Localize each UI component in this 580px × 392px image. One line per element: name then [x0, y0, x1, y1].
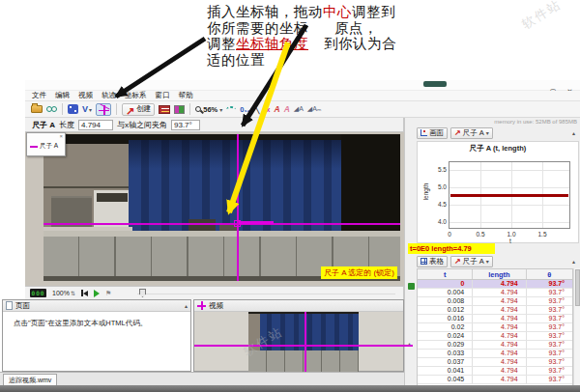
- table-cell: 4.794: [473, 315, 526, 322]
- chart-title: 尺子 A (t, length): [418, 144, 578, 154]
- axis-origin-marker[interactable]: [234, 220, 241, 227]
- gutter-green-icon[interactable]: [408, 283, 415, 290]
- play-button[interactable]: [94, 290, 100, 297]
- axis-x-line[interactable]: [44, 223, 400, 225]
- zoom-button[interactable]: 56% ▾: [195, 103, 222, 116]
- table-track-selector[interactable]: ↗ 尺子 A ▾: [450, 256, 493, 267]
- collapse-icon[interactable]: ▴: [185, 302, 188, 310]
- table-cell: 4.794: [473, 332, 526, 340]
- file-tab-bar: 追踪视频.wmv: [0, 372, 404, 385]
- collapse-icon[interactable]: ▴: [572, 258, 575, 265]
- table-row[interactable]: 0.0294.79493.7°: [418, 341, 572, 350]
- chart[interactable]: 尺子 A (t, length) 5.5 5.0 4.5 4.0 0 0.5: [417, 141, 579, 243]
- loop-flag-icon[interactable]: ⚑: [105, 290, 111, 297]
- pages-panel-header[interactable]: 页面 ▴: [3, 300, 190, 312]
- chart-plot-area[interactable]: [449, 161, 570, 229]
- annotation-text: 到你认为合: [324, 36, 396, 51]
- annotation-highlight: 中心: [323, 4, 352, 19]
- thumb-axis-y: [304, 312, 306, 372]
- track-overlay-box[interactable]: × 尺子 A: [26, 132, 66, 156]
- acceleration-vectors-icon[interactable]: A: [284, 103, 290, 116]
- table-cell: 0: [418, 280, 473, 288]
- track-name-label[interactable]: 尺子 A: [32, 120, 55, 130]
- frame-counter: 000: [30, 289, 46, 297]
- column-header-t[interactable]: t: [418, 269, 473, 279]
- table-row[interactable]: 0.0244.79493.7°: [418, 332, 572, 341]
- gridline: [450, 170, 569, 171]
- track-info-bar: 尺子 A 长度 4.794 与x轴之间夹角 93.7°: [25, 118, 404, 132]
- menu-file[interactable]: 文件: [32, 91, 46, 100]
- plot-view-button[interactable]: 画面: [417, 127, 448, 139]
- table-row[interactable]: 0.0084.79493.7°: [418, 297, 572, 306]
- path-icon[interactable]: ╲: [254, 103, 259, 116]
- table-row[interactable]: 0.024.79493.7°: [418, 323, 572, 332]
- video-thumb-panel-header[interactable]: 视频: [194, 300, 403, 312]
- table-cell: 93.7°: [527, 323, 572, 331]
- filmstrip-icon[interactable]: [159, 103, 170, 116]
- column-header-length[interactable]: length: [473, 269, 526, 279]
- player-zoom-value[interactable]: 100%: [52, 290, 70, 296]
- menu-help[interactable]: 帮助: [179, 91, 193, 100]
- create-button[interactable]: ↗ 创建: [122, 103, 155, 116]
- table-row[interactable]: 0.0414.79493.7°: [418, 367, 572, 376]
- table-row[interactable]: 0.0044.79493.7°: [418, 289, 572, 297]
- table-row[interactable]: 0.0374.79493.7°: [418, 358, 572, 367]
- track-arrow-icon: ↗: [454, 257, 461, 266]
- player-slider-thumb[interactable]: [139, 289, 146, 297]
- player-slider-track[interactable]: [137, 294, 395, 294]
- main-video-view[interactable]: × 尺子 A 尺子 A 选定的 (锁定): [25, 132, 404, 286]
- axis-y-line[interactable]: [237, 134, 239, 281]
- toolbar-separator: [116, 103, 117, 115]
- video-frame[interactable]: [44, 134, 400, 281]
- menu-edit[interactable]: 编辑: [55, 91, 70, 100]
- video-thumb-body[interactable]: [194, 312, 403, 372]
- table-row[interactable]: 04.79493.7°: [418, 280, 572, 289]
- column-header-theta[interactable]: θ: [527, 269, 572, 279]
- table-scrollbar[interactable]: [573, 268, 580, 385]
- collapse-icon[interactable]: ▴: [572, 129, 575, 136]
- angle-points-icon[interactable]: °x: [263, 103, 270, 116]
- step-labels-icon[interactable]: 0₁₂: [240, 103, 250, 116]
- ruler-a-icon[interactable]: ◢A: [294, 103, 304, 116]
- angle-field[interactable]: 93.7°: [171, 120, 200, 130]
- step-back-button[interactable]: [81, 290, 88, 296]
- table-cell: 93.7°: [527, 376, 572, 383]
- scrollbar-thumb[interactable]: [575, 269, 580, 306]
- clip-settings-icon[interactable]: [68, 103, 78, 116]
- table-cell: 0.029: [418, 341, 473, 349]
- table-cell: 4.794: [473, 341, 526, 349]
- table-cell: 4.794: [473, 306, 526, 314]
- pages-panel-title: 页面: [15, 301, 30, 311]
- table-cell: 0.045: [418, 376, 473, 383]
- ruler-track-segment[interactable]: [239, 221, 274, 224]
- y-axis-label: length: [422, 163, 429, 221]
- ruler-track-icon: [30, 146, 38, 148]
- table-row[interactable]: 0.0454.79493.7°: [418, 376, 572, 384]
- track-control-icon[interactable]: [174, 103, 185, 116]
- close-icon[interactable]: ×: [59, 133, 63, 139]
- plot-track-selector[interactable]: ↗ 尺子 A ▾: [450, 127, 493, 139]
- table-column-headers: t length θ: [417, 268, 573, 280]
- gridline: [450, 222, 569, 223]
- table-row[interactable]: 0.0164.79493.7°: [418, 315, 572, 323]
- table-row[interactable]: 0.0334.79493.7°: [418, 350, 572, 358]
- data-table[interactable]: 04.79493.7°0.0044.79493.7°0.0084.79493.7…: [417, 280, 573, 385]
- calibration-tools-icon[interactable]: V▾: [82, 103, 92, 116]
- zoom-spinner-icon[interactable]: ⇅: [71, 290, 75, 296]
- eyeglasses-icon[interactable]: [46, 103, 57, 116]
- ruler-am-icon[interactable]: ◢Aₘ: [307, 103, 321, 116]
- menu-video[interactable]: 视频: [78, 91, 93, 100]
- table-view-button[interactable]: 表格: [417, 256, 448, 267]
- table-cell: 93.7°: [527, 367, 572, 375]
- trails-icon[interactable]: [226, 103, 236, 116]
- menu-window[interactable]: 窗口: [156, 91, 170, 100]
- table-cell: 4.794: [473, 367, 526, 375]
- length-field[interactable]: 4.794: [78, 120, 113, 130]
- annotation-line-3: 调整坐标轴角度到你认为合: [207, 36, 396, 52]
- velocity-vectors-icon[interactable]: A: [274, 103, 279, 116]
- coordinate-axes-icon[interactable]: [96, 103, 111, 116]
- menu-tracks[interactable]: 轨迹: [102, 91, 116, 100]
- table-row[interactable]: 0.0124.79493.7°: [418, 306, 572, 315]
- menu-coordinate-system[interactable]: 坐标系: [125, 91, 147, 100]
- open-file-icon[interactable]: [31, 103, 43, 116]
